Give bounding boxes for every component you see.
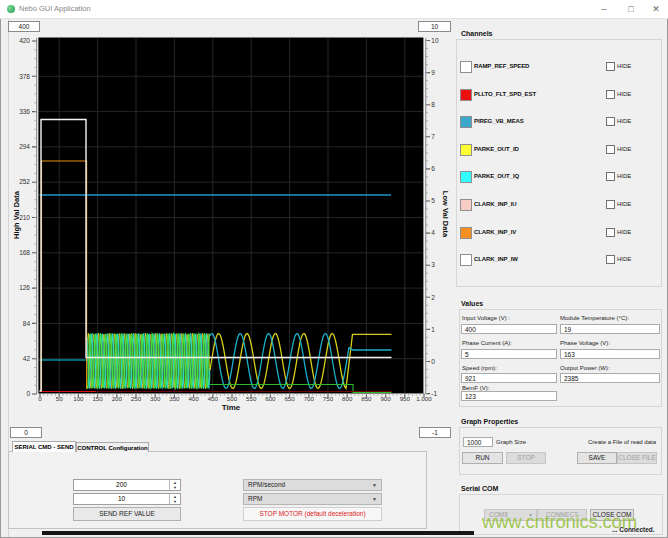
svg-text:100: 100 [73,395,84,402]
svg-text:800: 800 [342,395,353,402]
svg-text:5: 5 [431,197,435,204]
svg-text:252: 252 [19,178,30,185]
svg-text:420: 420 [19,37,30,44]
svg-text:850: 850 [361,395,372,402]
svg-text:0: 0 [38,395,42,402]
svg-text:550: 550 [246,395,257,402]
svg-text:210: 210 [19,214,30,221]
svg-text:336: 336 [19,108,30,115]
svg-text:50: 50 [56,395,63,402]
svg-text:9: 9 [431,69,435,76]
svg-text:650: 650 [284,395,295,402]
svg-text:500: 500 [227,395,238,402]
svg-text:0: 0 [431,358,435,365]
svg-text:-1: -1 [431,390,437,397]
svg-text:700: 700 [304,395,315,402]
svg-text:1.000: 1.000 [416,395,432,402]
svg-text:450: 450 [208,395,219,402]
svg-text:950: 950 [400,395,411,402]
svg-text:0: 0 [26,390,30,397]
svg-text:Low Val Data: Low Val Data [441,191,450,238]
svg-text:400: 400 [188,395,199,402]
svg-text:250: 250 [131,395,142,402]
svg-text:350: 350 [169,395,180,402]
svg-text:Time: Time [222,403,241,412]
svg-text:6: 6 [431,165,435,172]
svg-text:150: 150 [92,395,103,402]
svg-text:294: 294 [19,143,30,150]
svg-text:10: 10 [431,37,439,44]
svg-text:300: 300 [150,395,161,402]
svg-text:84: 84 [23,320,31,327]
svg-text:2: 2 [431,294,435,301]
svg-text:168: 168 [19,249,30,256]
svg-text:900: 900 [380,395,391,402]
svg-text:42: 42 [23,355,31,362]
svg-text:200: 200 [112,395,123,402]
svg-text:4: 4 [431,229,435,236]
svg-text:378: 378 [19,73,30,80]
svg-text:High Val Data: High Val Data [12,190,21,239]
svg-text:8: 8 [431,101,435,108]
svg-text:3: 3 [431,261,435,268]
svg-text:600: 600 [265,395,276,402]
svg-text:126: 126 [19,284,30,291]
svg-text:1: 1 [431,326,435,333]
svg-text:750: 750 [323,395,334,402]
svg-text:7: 7 [431,133,435,140]
